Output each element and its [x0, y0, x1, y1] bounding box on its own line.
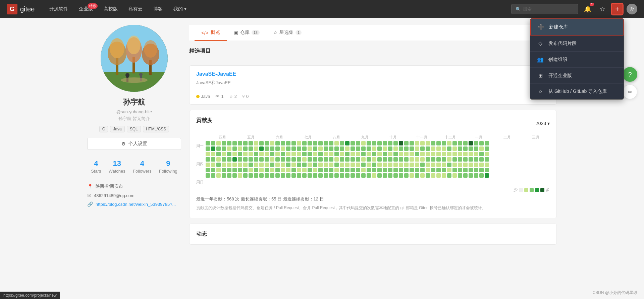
- contrib-cell: [206, 146, 210, 151]
- svg-point-4: [110, 38, 124, 58]
- project-name[interactable]: JavaSE-JavaEE: [196, 71, 550, 77]
- settings-gear-icon: ⚙: [121, 141, 126, 146]
- contrib-cell: [447, 168, 451, 172]
- contrib-cell: [485, 146, 489, 151]
- contrib-cell: [458, 141, 462, 145]
- contrib-cell: [474, 168, 478, 172]
- contrib-cell: [426, 141, 430, 145]
- contrib-cell: [302, 141, 307, 145]
- contrib-cell: [399, 163, 403, 167]
- search-box[interactable]: 🔍 搜索: [511, 4, 578, 14]
- contrib-cell: [442, 157, 446, 162]
- dropdown-new-repo[interactable]: ➕ 新建仓库: [530, 18, 624, 36]
- dropdown-org[interactable]: 👥 创建组织: [530, 52, 624, 68]
- contrib-cell: [388, 173, 392, 178]
- stat-watches[interactable]: 13 Watches: [109, 159, 125, 174]
- month-labels: 四月五月六月七月八月九月十月十一月十二月一月二月三月: [196, 135, 550, 140]
- contrib-cell: [211, 163, 215, 167]
- contrib-cell: [351, 163, 355, 167]
- navbar-right: 🔍 搜索 🔔 2 ☆ + 孙: [511, 4, 637, 14]
- contrib-cell: [286, 152, 290, 156]
- contrib-cell: [313, 168, 317, 172]
- contrib-cell: [458, 173, 462, 178]
- contrib-header: 贡献度 2023 ▾: [196, 117, 550, 129]
- contrib-cell: [458, 168, 462, 172]
- blog-link[interactable]: https://blog.csdn.net/weixin_53939785?..…: [96, 202, 176, 207]
- dropdown-snippet[interactable]: ◇ 发布代码片段: [530, 36, 624, 52]
- user-avatar-btn[interactable]: 孙: [627, 4, 637, 14]
- tab-stars[interactable]: ☆ 星选集 1: [266, 25, 308, 41]
- contrib-cell: [361, 152, 366, 156]
- notification-badge: 2: [590, 3, 594, 6]
- contrib-cell: [308, 152, 312, 156]
- dropdown-import[interactable]: ○ 从 GitHub / GitLab 导入仓库: [530, 84, 624, 99]
- contrib-cell: [388, 163, 392, 167]
- month-label: 十一月: [408, 135, 436, 140]
- contrib-cell: [410, 173, 414, 178]
- contrib-cell: [345, 157, 350, 162]
- stat-stars[interactable]: 4 Stars: [91, 159, 101, 174]
- contrib-cell: [291, 168, 296, 172]
- contrib-cell: [232, 163, 237, 167]
- contribution-section: 贡献度 2023 ▾ 四月五月六月七月八月九月十月十一月十二月一月二月三月 周一…: [189, 110, 557, 218]
- contrib-cell: [297, 146, 301, 151]
- user-tags: C Java SQL HTML/CSS: [87, 126, 181, 132]
- contrib-cell: [436, 168, 441, 172]
- tab-repos[interactable]: ▣ 仓库 13: [227, 25, 266, 41]
- contrib-cell: [302, 168, 307, 172]
- year-selector[interactable]: 2023 ▾: [536, 121, 550, 126]
- nav-university[interactable]: 高校版: [99, 4, 122, 14]
- brand[interactable]: G gitee: [7, 4, 35, 14]
- contrib-cell: [452, 168, 457, 172]
- contrib-cell: [281, 141, 285, 145]
- contrib-cell: [410, 163, 414, 167]
- contrib-cell: [270, 173, 274, 178]
- contrib-cell: [265, 168, 269, 172]
- contrib-cell: [447, 141, 451, 145]
- contrib-cell: [388, 152, 392, 156]
- contrib-cell: [238, 168, 242, 172]
- day-label-sun: 周日: [196, 180, 204, 184]
- bookmark-btn[interactable]: ☆: [597, 4, 608, 14]
- year-value: 2023: [536, 121, 546, 126]
- contrib-cell: [243, 173, 248, 178]
- help-fab[interactable]: ?: [623, 67, 637, 82]
- nav-enterprise[interactable]: 企业版 特惠: [74, 4, 98, 14]
- nav-opensource[interactable]: 开源软件: [45, 4, 73, 14]
- stat-following[interactable]: 9 Following: [159, 159, 177, 174]
- settings-button[interactable]: ⚙ 个人设置: [87, 138, 181, 150]
- dropdown-enterprise[interactable]: ⊞ 开通企业版: [530, 68, 624, 84]
- contrib-cell: [232, 168, 237, 172]
- contrib-cell: [361, 168, 366, 172]
- notification-btn[interactable]: 🔔 2: [582, 4, 593, 14]
- contrib-cell: [356, 157, 360, 162]
- contrib-cell: [340, 168, 344, 172]
- meta-lang: Java: [196, 94, 210, 99]
- contrib-cell: [420, 173, 425, 178]
- nav-private-cloud[interactable]: 私有云: [124, 4, 147, 14]
- contrib-cell: [324, 163, 328, 167]
- contrib-cell: [329, 152, 333, 156]
- nav-blog[interactable]: 博客: [149, 4, 167, 14]
- tab-overview[interactable]: </> 概览: [195, 25, 227, 41]
- svg-point-13: [139, 73, 143, 76]
- nav-mine[interactable]: 我的 ▾: [169, 4, 191, 14]
- contrib-cell: [259, 168, 264, 172]
- snippet-label: 发布代码片段: [548, 41, 577, 47]
- contrib-cell: [393, 157, 398, 162]
- avatar: [101, 25, 168, 92]
- contrib-cell: [367, 152, 371, 156]
- contrib-cell: [447, 173, 451, 178]
- edit-fab[interactable]: ✏: [623, 84, 637, 99]
- contrib-cell: [286, 168, 290, 172]
- contrib-cell: [361, 173, 366, 178]
- contrib-cell: [415, 157, 419, 162]
- contrib-cell: [469, 146, 473, 151]
- add-button[interactable]: +: [612, 4, 623, 14]
- contrib-cell: [254, 163, 258, 167]
- blog-item[interactable]: 🔗 https://blog.csdn.net/weixin_53939785?…: [87, 201, 181, 207]
- lang-dot: [196, 95, 200, 98]
- stat-followers[interactable]: 4 Followers: [133, 159, 152, 174]
- contrib-cell: [249, 157, 253, 162]
- lang-name: Java: [201, 94, 210, 99]
